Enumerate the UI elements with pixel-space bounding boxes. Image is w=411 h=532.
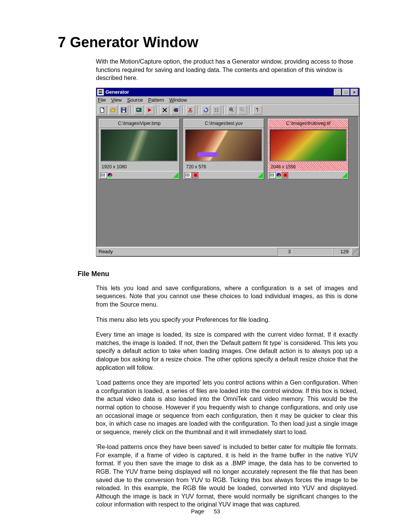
page-title: 7 Generator Window xyxy=(58,34,358,51)
titlebar[interactable]: Generator _ □ × xyxy=(96,88,359,96)
status-text: Ready xyxy=(96,249,277,254)
menu-view[interactable]: View xyxy=(111,97,122,103)
marker-icon[interactable] xyxy=(253,105,262,115)
app-icon xyxy=(97,89,104,96)
corner-icon xyxy=(258,173,263,178)
bars-icon xyxy=(269,172,276,178)
colorwheel-icon xyxy=(108,173,112,177)
svg-rect-2 xyxy=(123,110,125,112)
open-icon[interactable] xyxy=(108,105,118,115)
menu-file[interactable]: File xyxy=(98,97,106,103)
svg-rect-6 xyxy=(175,109,178,112)
zoom-in-icon[interactable] xyxy=(227,105,236,115)
thumbnail-path: C:\Images\Viper.bmp xyxy=(99,119,179,128)
corner-icon xyxy=(342,173,347,178)
thumbnail-image[interactable] xyxy=(185,129,262,161)
svg-rect-12 xyxy=(217,110,218,112)
bars-icon xyxy=(185,172,191,178)
menu-window[interactable]: Window xyxy=(169,97,187,103)
save-icon[interactable] xyxy=(119,105,128,115)
toolbar xyxy=(96,104,359,116)
svg-line-14 xyxy=(232,110,234,112)
page-footer: Page 53 xyxy=(0,508,411,514)
menu-source[interactable]: Source xyxy=(127,97,143,103)
play-icon[interactable] xyxy=(145,105,154,115)
new-icon[interactable] xyxy=(98,105,107,115)
delete-icon[interactable] xyxy=(160,105,169,115)
thumbnail-path: C:\Images\test.yuv xyxy=(184,119,264,128)
svg-rect-11 xyxy=(215,110,216,112)
zoom-out-icon[interactable] xyxy=(238,105,247,115)
paragraph: This lets you load and save configuratio… xyxy=(96,284,358,309)
maximize-button[interactable]: □ xyxy=(342,89,350,96)
thumbnail-card[interactable]: C:\Images\test.yuv 720 x 576 ▣ xyxy=(183,119,264,179)
saveto-icon[interactable] xyxy=(171,105,180,115)
svg-rect-20 xyxy=(257,108,258,112)
thumbnail-card[interactable]: C:\Images\Viper.bmp 1920 x 1080 xyxy=(99,119,180,179)
status-value-2: 129 xyxy=(333,248,351,256)
bars-icon xyxy=(100,172,107,178)
intro-text: With the Motion/Capture option, the prod… xyxy=(96,58,358,82)
window-title: Generator xyxy=(105,89,129,95)
svg-line-18 xyxy=(243,110,244,112)
align-icon[interactable] xyxy=(212,105,221,115)
menu-pattern[interactable]: Pattern xyxy=(148,97,164,103)
thumbnail-dimensions: 2048 x 1556 xyxy=(268,163,348,171)
paragraph: Every time an image is loaded, its size … xyxy=(96,331,358,372)
menubar: File View Source Pattern Window xyxy=(96,96,359,104)
svg-rect-3 xyxy=(123,108,125,109)
paragraph: ‘Load patterns once they are imported’ l… xyxy=(96,379,358,436)
thumbnail-dimensions: 720 x 576 xyxy=(184,163,264,171)
thumbnail-dimensions: 1920 x 1080 xyxy=(99,163,179,171)
svg-rect-9 xyxy=(215,108,216,110)
cut-icon[interactable] xyxy=(186,105,195,115)
resize-grip-icon[interactable] xyxy=(352,248,359,255)
colorwheel-icon xyxy=(277,173,281,177)
corner-icon xyxy=(173,173,178,178)
svg-rect-10 xyxy=(217,108,218,110)
section-heading: File Menu xyxy=(78,270,358,278)
paragraph: This menu also lets you specify your Pre… xyxy=(96,316,358,324)
error-icon: ▣ xyxy=(192,172,198,178)
thumbnail-path: C:\Images\fruitnveg.tif xyxy=(268,119,348,128)
content-area[interactable]: C:\Images\Viper.bmp 1920 x 1080 C:\Image… xyxy=(96,116,359,247)
status-value-1: 3 xyxy=(277,248,293,256)
refresh-icon[interactable] xyxy=(201,105,210,115)
minimize-button[interactable]: _ xyxy=(334,89,341,96)
paragraph: ‘Re-load patterns once they have been sa… xyxy=(96,443,358,509)
generator-window: Generator _ □ × File View Source Pattern… xyxy=(96,88,359,256)
display-icon[interactable] xyxy=(134,105,143,115)
statusbar: Ready 3 129 xyxy=(96,247,359,256)
thumbnail-image[interactable] xyxy=(101,129,178,161)
thumbnail-card-selected[interactable]: C:\Images\fruitnveg.tif 2048 x 1556 ▣ xyxy=(268,119,349,179)
error-icon: ▣ xyxy=(282,172,288,178)
close-button[interactable]: × xyxy=(350,89,358,96)
thumbnail-image[interactable] xyxy=(270,129,347,161)
svg-rect-5 xyxy=(137,109,139,110)
